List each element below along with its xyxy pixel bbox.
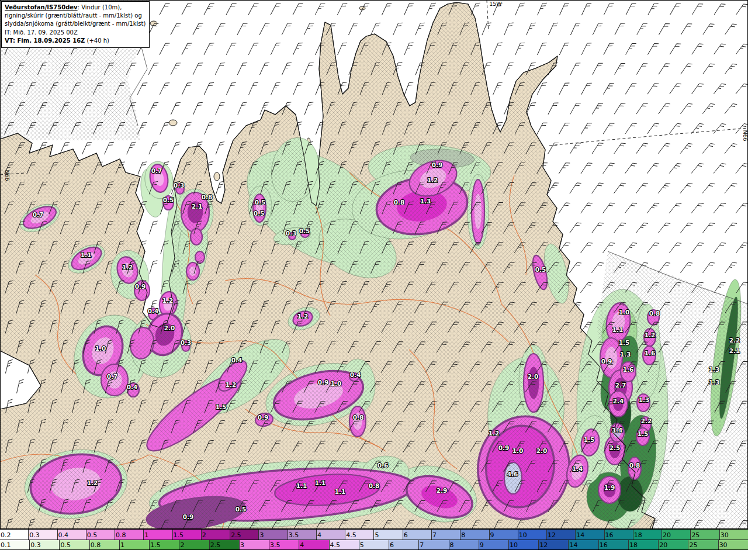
legend-cell-label: 0.8	[116, 531, 126, 538]
legend-cell: 1.5	[149, 540, 179, 549]
svg-text:1.3: 1.3	[420, 198, 431, 205]
legend-cell-label: 6	[404, 531, 408, 538]
svg-text:0.4: 0.4	[231, 357, 243, 364]
weather-forecast-page: { "title_box": { "line1_bold": "Veðursto…	[0, 0, 748, 560]
svg-text:0.3: 0.3	[181, 339, 192, 346]
legend-cell-label: 0.8	[91, 541, 101, 549]
legend-cell-label: 3.5	[289, 531, 299, 538]
svg-text:1.1: 1.1	[335, 488, 346, 495]
legend-cell-label: 25	[691, 531, 699, 538]
legend-cell-label: 5	[360, 541, 364, 549]
svg-text:3.4: 3.4	[612, 427, 623, 434]
legend-cell-label: 0.5	[60, 541, 71, 549]
legend-cell: 6	[403, 530, 431, 540]
svg-text:0.8: 0.8	[353, 414, 364, 421]
svg-text:1.3: 1.3	[639, 396, 650, 403]
svg-text:0.8: 0.8	[629, 462, 640, 469]
latitude-label-left: N66	[4, 170, 11, 181]
legend-cell: 1	[143, 530, 172, 540]
legend-cell: 25	[690, 530, 719, 540]
legend-cell: 0.5	[86, 530, 115, 540]
legend-cell-label: 9	[490, 531, 494, 538]
legend-cell: 10	[518, 530, 546, 540]
legend-cell-label: 1.5	[150, 541, 161, 549]
legend-cell-label: 0.3	[29, 531, 40, 538]
legend-cell-label: 0.3	[30, 541, 41, 549]
legend-cell-label: 1	[120, 541, 124, 549]
svg-text:4.6: 4.6	[507, 471, 518, 478]
svg-text:1.0: 1.0	[619, 309, 630, 316]
svg-text:0.4: 0.4	[148, 307, 159, 314]
svg-text:0.4: 0.4	[127, 383, 138, 390]
legend-cell: 4.5	[329, 540, 359, 549]
svg-text:1.0: 1.0	[331, 380, 342, 387]
legend-cell-label: 3	[240, 541, 244, 549]
svg-text:0.5: 0.5	[255, 199, 266, 206]
legend-cell: 20	[662, 530, 690, 540]
legend-cell: 25	[688, 540, 718, 549]
svg-text:2.0: 2.0	[536, 447, 548, 454]
svg-text:2.1: 2.1	[729, 347, 740, 354]
map-area: 0.70.30.52.10.80.50.50.30.50.91.20.81.30…	[0, 0, 748, 529]
legend-cell: 3	[239, 540, 269, 549]
svg-text:2.2: 2.2	[641, 417, 652, 424]
legend-cell: 8	[460, 530, 489, 540]
svg-text:2.1: 2.1	[192, 203, 203, 210]
legend: 0.20.30.40.50.811.522.533.544.5567891012…	[0, 529, 748, 550]
svg-text:1.9: 1.9	[604, 484, 615, 491]
legend-cell: 7	[431, 530, 460, 540]
svg-text:2.7: 2.7	[615, 382, 626, 389]
legend-cell: 0.8	[89, 540, 119, 549]
legend-rain-scale: 0.20.30.40.50.811.522.533.544.5567891012…	[0, 529, 748, 540]
legend-cell-label: 14	[569, 541, 577, 549]
legend-cell: 0.4	[57, 530, 86, 540]
svg-text:0.8: 0.8	[394, 199, 405, 206]
legend-cell: 30	[718, 540, 748, 549]
legend-cell: 30	[719, 530, 748, 540]
legend-cell-label: 2	[180, 541, 184, 549]
svg-text:0.9: 0.9	[318, 379, 329, 386]
title-line-2: rigning/skúrir (grænt/blátt/rautt - mm/1…	[5, 12, 146, 20]
legend-cell-label: 18	[629, 541, 638, 549]
legend-cell-label: 0.5	[87, 531, 98, 538]
svg-text:1.5: 1.5	[216, 403, 227, 410]
legend-cell: 1	[119, 540, 149, 549]
legend-cell: 16	[604, 530, 633, 540]
legend-cell: 0.3	[28, 530, 57, 540]
svg-text:2.0: 2.0	[164, 324, 175, 331]
legend-cell: 4.5	[345, 530, 373, 540]
legend-cell: 14	[568, 540, 598, 549]
legend-cell-label: 25	[689, 541, 697, 549]
valid-time: VT: Fim. 18.09.2025 16Z (+40 h)	[5, 37, 146, 45]
legend-cell-label: 4.5	[346, 531, 356, 538]
legend-cell: 0.1	[0, 540, 29, 549]
svg-text:0.8: 0.8	[369, 482, 380, 489]
legend-cell-label: 14	[576, 531, 584, 538]
legend-cell-label: 30	[719, 541, 728, 549]
svg-text:0.8: 0.8	[649, 310, 660, 317]
svg-text:0.5: 0.5	[163, 196, 174, 203]
svg-text:1.5: 1.5	[619, 339, 630, 346]
svg-text:0.3: 0.3	[174, 182, 185, 189]
legend-cell: 9	[479, 540, 508, 549]
legend-cell: 0.5	[59, 540, 89, 549]
legend-cell-label: 10	[519, 531, 527, 538]
svg-text:2.2: 2.2	[729, 337, 740, 344]
svg-text:0.4: 0.4	[350, 371, 361, 378]
svg-text:1.5: 1.5	[638, 430, 649, 437]
legend-cell: 5	[373, 530, 402, 540]
legend-cell-label: 18	[634, 531, 642, 538]
svg-text:1.2: 1.2	[297, 313, 309, 320]
legend-cell: 18	[633, 530, 662, 540]
valid-time-main: VT: Fim. 18.09.2025 16Z	[5, 37, 85, 44]
svg-text:2.0: 2.0	[528, 373, 539, 380]
svg-text:1.5: 1.5	[584, 436, 595, 443]
svg-text:1.0: 1.0	[512, 447, 524, 454]
legend-cell: 10	[508, 540, 538, 549]
legend-cell: 0.3	[29, 540, 59, 549]
legend-cell: 6	[389, 540, 418, 549]
svg-text:1.4: 1.4	[572, 465, 583, 472]
svg-text:1.2: 1.2	[226, 381, 237, 388]
svg-text:0.7: 0.7	[151, 167, 162, 174]
svg-text:1.1: 1.1	[296, 482, 307, 489]
